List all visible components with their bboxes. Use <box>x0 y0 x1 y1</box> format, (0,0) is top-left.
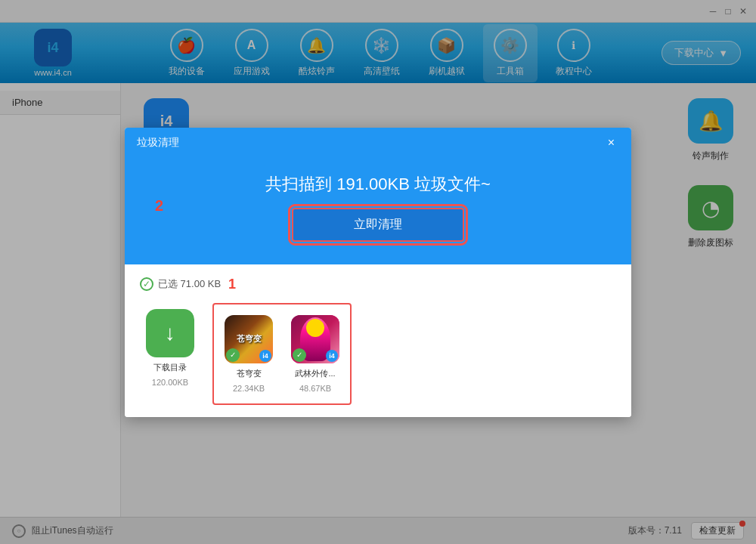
modal-close-btn[interactable]: × <box>603 134 619 151</box>
app-cangqiongbian-size: 22.34KB <box>233 384 265 393</box>
num1-label: 1 <box>228 277 236 292</box>
download-icon: ↓ <box>146 309 194 357</box>
app-wulinwaichuan[interactable]: ✓ i4 武林外传... 48.67KB <box>285 309 345 399</box>
app-cangqiongbian-name: 苍穹变 <box>237 368 262 379</box>
scan-result-text: 共扫描到 191.00KB 垃圾文件~ <box>265 173 491 196</box>
download-card[interactable]: ↓ 下载目录 120.00KB <box>140 303 200 405</box>
download-size: 120.00KB <box>152 378 188 387</box>
modal-overlay: 垃圾清理 × 共扫描到 191.00KB 垃圾文件~ 2 立即清理 ✓ 已选 7… <box>0 0 756 544</box>
num2-label: 2 <box>155 197 163 215</box>
app-wulinwaichuan-size: 48.67KB <box>299 384 331 393</box>
download-label: 下载目录 <box>153 362 187 373</box>
selected-info: ✓ 已选 71.00 KB 1 <box>140 277 616 292</box>
check-circle-icon: ✓ <box>140 277 153 291</box>
app-cangqiongbian-wrapper: 苍穹变 ✓ i4 <box>225 315 273 363</box>
app-wulinwaichuan-name: 武林外传... <box>295 368 335 379</box>
app-wulinwaichuan-check: ✓ <box>293 348 306 362</box>
modal-header: 共扫描到 191.00KB 垃圾文件~ 2 立即清理 <box>125 158 631 264</box>
app-cangqiongbian-badge: i4 <box>259 350 271 362</box>
selected-apps-box: 苍穹变 ✓ i4 苍穹变 22.34KB <box>212 303 352 405</box>
selected-label: 已选 71.00 KB <box>158 277 221 291</box>
modal-title: 垃圾清理 <box>137 136 179 150</box>
modal-dialog: 垃圾清理 × 共扫描到 191.00KB 垃圾文件~ 2 立即清理 ✓ 已选 7… <box>125 128 631 417</box>
app-wulinwaichuan-wrapper: ✓ i4 <box>291 315 339 363</box>
app-cangqiongbian[interactable]: 苍穹变 ✓ i4 苍穹变 22.34KB <box>218 309 279 399</box>
app-wulinwaichuan-badge: i4 <box>326 350 338 362</box>
modal-title-bar: 垃圾清理 × <box>125 128 631 158</box>
modal-body: ✓ 已选 71.00 KB 1 ↓ 下载目录 120.00KB <box>125 264 631 417</box>
app-cangqiongbian-check: ✓ <box>226 348 240 362</box>
app-grid: ↓ 下载目录 120.00KB 苍穹变 ✓ i4 <box>140 303 616 405</box>
clean-btn[interactable]: 立即清理 <box>292 208 464 242</box>
